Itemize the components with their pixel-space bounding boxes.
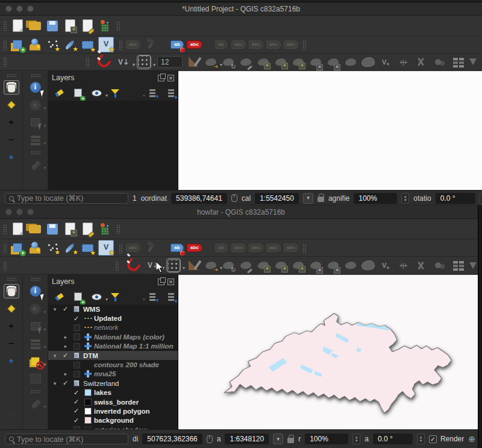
open-attribute-table-icon[interactable] [28,371,43,386]
add-spatialite-layer-icon[interactable] [63,241,77,254]
layer-row-national-map-1-1-million[interactable]: ▸National Map 1:1 million [48,342,178,351]
layer-row-swiss-border[interactable]: ✓swiss_border [48,397,178,406]
merge-features-icon[interactable] [431,259,445,272]
coordinate-field[interactable]: 507623,362366 [142,434,202,444]
delete-selected-icon[interactable] [327,55,340,69]
locator-search-input[interactable]: Type to locate (⌘K) [5,434,128,444]
layer-label[interactable]: WMS [83,306,100,313]
pin-labels-icon[interactable] [214,241,228,254]
copy-features-icon[interactable] [362,259,375,272]
dropdown-caret-icon[interactable]: ▾ [43,345,46,350]
show-layout-manager-icon[interactable] [81,222,94,236]
save-layer-edits-icon[interactable] [222,55,235,69]
toolbar-drag-handle[interactable] [85,57,89,67]
add-group-icon[interactable] [71,86,84,99]
vertex-tool-icon[interactable]: V [379,259,392,272]
layer-row-network[interactable]: network [48,323,178,332]
expand-arrow-icon[interactable]: ▸ [63,371,69,377]
zoom-in-icon[interactable]: + [4,319,19,333]
scale-dropdown-button[interactable]: ▼ [273,434,283,444]
rotation-field[interactable]: 0.0 ° [436,193,475,204]
enable-snapping-icon[interactable] [126,259,139,272]
run-feature-action-icon[interactable]: ▾ [28,98,43,112]
toolbar-drag-handle[interactable] [30,389,40,393]
move-feature-icon[interactable] [309,259,322,272]
layer-label[interactable]: background [94,417,134,424]
add-line-feature-icon[interactable] [274,259,287,272]
layer-label[interactable]: exterior shadow [94,426,147,429]
zoom-window-button[interactable] [27,209,34,215]
rotation-field[interactable]: 0.0 ° [373,434,413,444]
dropdown-caret-icon[interactable]: ▾ [183,266,185,271]
open-data-source-manager-icon[interactable] [11,241,24,254]
expand-arrow-icon[interactable]: ▸ [63,334,69,340]
filter-by-expression-icon[interactable]: ▾ [127,290,140,303]
layer-label[interactable]: National Maps (color) [94,333,164,341]
layer-visibility-checkbox[interactable]: ✓ [74,399,79,405]
close-window-button[interactable] [5,209,12,215]
layer-row-national-maps-color-[interactable]: ▸National Maps (color) [48,332,178,341]
add-group-icon[interactable] [71,290,84,303]
add-line-feature-icon[interactable] [274,55,287,69]
layer-row-contours-200-shade[interactable]: contours 200 shade [48,360,178,369]
add-virtual-layer-icon[interactable] [98,240,114,256]
deselect-features-icon[interactable]: ▾ [28,354,43,368]
layer-labeling-icon[interactable] [171,38,184,51]
layer-row-mna25[interactable]: ▸mna25 [48,370,178,379]
layer-row-inverted-polygon[interactable]: ✓inverted polygon [48,406,178,415]
layer-visibility-checkbox[interactable] [74,426,80,429]
identify-features-icon[interactable] [28,80,43,95]
layer-row-lakes[interactable]: ✓lakes [48,388,178,397]
dropdown-caret-icon[interactable]: ▾ [43,405,46,409]
open-project-icon[interactable] [28,19,42,33]
zoom-full-icon[interactable]: ✥ [4,150,19,165]
layers-tree-empty[interactable] [48,101,178,190]
add-spatialite-layer-icon[interactable] [63,38,77,51]
filter-by-expression-icon[interactable]: ▾ [127,86,140,99]
layer-label[interactable]: DTM [83,352,98,359]
offset-curve-icon[interactable]: +|+ [396,259,410,272]
digitize-with-segment-icon[interactable] [239,259,252,272]
edit-attributes-icon[interactable] [449,259,462,272]
new-project-icon[interactable] [11,19,24,33]
split-features-icon[interactable] [414,55,427,69]
measure-icon[interactable]: ▾ [28,157,43,172]
rotate-label-icon[interactable] [267,38,280,51]
add-delimited-text-layer-icon[interactable] [46,241,59,254]
save-layer-edits-icon[interactable] [222,259,235,272]
float-panel-icon[interactable] [158,279,164,285]
add-polygon-feature-icon[interactable] [292,259,305,272]
layer-visibility-checkbox[interactable] [74,343,80,350]
toolbar-drag-handle[interactable] [302,243,306,253]
open-project-icon[interactable] [28,222,42,236]
layer-row-updated[interactable]: ✓Updated [48,314,178,323]
expand-all-icon[interactable] [146,290,159,303]
close-panel-icon[interactable]: ✕ [167,279,174,285]
expand-all-icon[interactable] [146,86,159,99]
scale-dropdown-button[interactable]: ▼ [303,193,313,204]
map-tips-icon[interactable] [144,38,157,51]
scale-field[interactable]: 1:6348120 [225,434,269,444]
measure-icon[interactable]: ▾ [28,396,43,411]
rotation-spinner[interactable]: ▲▼ [417,434,425,444]
minimize-window-button[interactable] [16,209,23,215]
dropdown-caret-icon[interactable]: ▾ [143,93,145,98]
render-checkbox[interactable]: ✓ Render [429,435,464,443]
delete-selected-icon[interactable] [327,259,340,272]
select-features-icon[interactable]: ▾ [28,115,43,130]
layer-row-dtm[interactable]: ▾✓DTM [48,351,178,360]
map-canvas[interactable] [178,274,482,429]
toolbar-drag-handle[interactable] [116,224,120,234]
layer-row-background[interactable]: ✓background [48,416,178,425]
layer-label[interactable]: Switzerland [83,380,119,387]
filter-legend-icon[interactable] [108,290,122,303]
layer-label[interactable]: Updated [94,315,122,322]
titlebar[interactable]: *Untitled Project - QGIS c832a5716b [0,2,482,16]
layer-label[interactable]: network [94,324,118,331]
run-feature-action-icon[interactable]: ▾ [28,301,43,316]
layer-diagram-icon[interactable] [188,38,201,51]
mouse-position-icon[interactable] [207,435,213,443]
close-panel-icon[interactable]: ✕ [167,75,174,81]
open-layer-styling-icon[interactable] [52,290,66,303]
toggle-editing-icon[interactable]: ▾ [204,259,218,272]
